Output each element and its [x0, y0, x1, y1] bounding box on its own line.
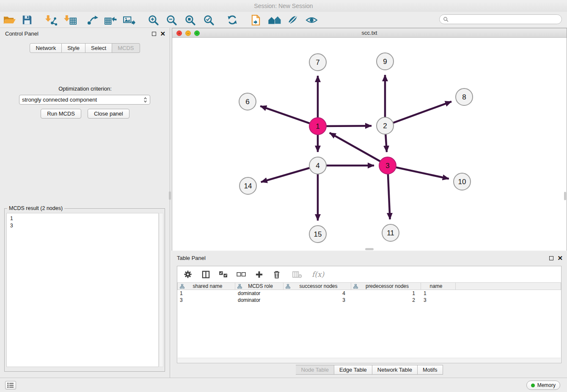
zoom-in-button[interactable] — [146, 13, 161, 27]
table-cell[interactable]: 3 — [421, 297, 456, 304]
import-table-button[interactable] — [63, 13, 78, 27]
table-cell[interactable]: 1 — [177, 290, 235, 297]
memory-button[interactable]: Memory — [526, 381, 560, 390]
column-header-predecessor-nodes[interactable]: predecessor nodes — [351, 282, 421, 290]
tab-select[interactable]: Select — [85, 43, 112, 53]
export-image-button[interactable] — [121, 13, 137, 27]
zoom-in-icon — [148, 14, 159, 26]
table-cell[interactable]: dominator — [235, 290, 284, 297]
mcds-result-item[interactable]: 1 — [7, 215, 158, 222]
graph-node-9[interactable]: 9 — [377, 53, 394, 70]
graph-node-14[interactable]: 14 — [239, 177, 256, 194]
tab-network[interactable]: Network — [30, 43, 62, 53]
column-header-name[interactable]: name — [421, 282, 456, 290]
network-graph[interactable]: 7968124314101511 — [172, 38, 567, 251]
table-cell[interactable]: 4 — [284, 290, 351, 297]
graph-node-11[interactable]: 11 — [382, 224, 399, 241]
tab-edge-table[interactable]: Edge Table — [334, 365, 372, 375]
apply-style-button[interactable] — [285, 13, 300, 27]
close-window-button[interactable]: × — [176, 30, 182, 36]
import-network-button[interactable] — [43, 13, 58, 27]
graph-edge-4-14[interactable] — [261, 166, 315, 182]
network-canvas[interactable]: 7968124314101511 — [172, 38, 567, 251]
close-panel-icon[interactable]: ✕ — [160, 32, 165, 36]
zoom-window-button[interactable]: + — [194, 30, 200, 36]
graph-edge-3-10[interactable] — [391, 166, 449, 179]
deselect-all-button[interactable] — [236, 269, 247, 279]
graph-edge-3-11[interactable] — [388, 169, 390, 219]
tab-style[interactable]: Style — [62, 43, 85, 53]
table-horizontal-scrollbar[interactable] — [178, 358, 561, 362]
select-all-button[interactable] — [218, 269, 229, 279]
refresh-button[interactable] — [225, 13, 240, 27]
annotation-document-button[interactable] — [248, 13, 263, 27]
svg-text:3: 3 — [385, 162, 389, 170]
criterion-dropdown[interactable]: strongly connected component — [19, 95, 150, 105]
control-panel-title: Control Panel — [5, 30, 39, 37]
canvas-vertical-scrollbar[interactable] — [564, 192, 566, 200]
show-columns-button[interactable] — [200, 269, 211, 279]
tab-network-table[interactable]: Network Table — [372, 365, 418, 375]
graph-node-4[interactable]: 4 — [309, 157, 326, 174]
mcds-result-item[interactable]: 3 — [7, 222, 158, 229]
task-history-button[interactable] — [5, 381, 16, 389]
column-header-mcds-role[interactable]: MCDS role — [235, 282, 284, 290]
graph-node-10[interactable]: 10 — [454, 173, 471, 190]
graph-edge-2-8[interactable] — [388, 102, 451, 124]
deselect-all-icon — [237, 271, 246, 278]
table-row[interactable]: 3 dominator 3 2 3 — [177, 297, 561, 304]
new-network-button[interactable] — [85, 13, 100, 27]
graph-node-2[interactable]: 2 — [377, 117, 394, 134]
graph-node-15[interactable]: 15 — [309, 226, 326, 243]
add-column-button[interactable] — [253, 269, 264, 279]
close-table-panel-icon[interactable]: ✕ — [557, 256, 563, 260]
table-settings-button[interactable] — [182, 269, 193, 279]
table-cell[interactable]: dominator — [235, 297, 284, 304]
graph-node-8[interactable]: 8 — [456, 88, 473, 105]
export-table-button[interactable] — [103, 13, 118, 27]
float-table-panel-icon[interactable] — [549, 256, 553, 260]
graph-edge-1-2[interactable] — [321, 126, 372, 126]
graph-node-7[interactable]: 7 — [309, 54, 326, 71]
table-cell[interactable]: 1 — [421, 290, 456, 297]
graph-edge-1-6[interactable] — [260, 106, 314, 125]
tab-mcds[interactable]: MCDS — [112, 43, 140, 53]
open-file-button[interactable] — [2, 13, 17, 27]
graph-node-6[interactable]: 6 — [239, 93, 256, 110]
zoom-selected-button[interactable] — [201, 13, 216, 27]
column-header-successor-nodes[interactable]: successor nodes — [284, 282, 351, 290]
home-button[interactable] — [267, 13, 282, 27]
column-header-shared-name[interactable]: shared name — [177, 282, 235, 290]
refresh-icon — [226, 14, 238, 26]
table-cell[interactable]: 3 — [177, 297, 235, 304]
delete-column-button-disabled[interactable] — [292, 269, 303, 279]
document-icon — [250, 14, 261, 26]
search-input[interactable] — [451, 17, 558, 22]
zoom-fit-button[interactable] — [182, 13, 198, 27]
save-session-button[interactable] — [19, 13, 35, 27]
result-scrollbar[interactable] — [159, 213, 163, 367]
delete-row-button[interactable] — [271, 269, 282, 279]
table-cell[interactable]: 1 — [351, 290, 421, 297]
zoom-out-button[interactable] — [164, 13, 179, 27]
graph-node-3[interactable]: 3 — [379, 157, 396, 174]
table-row[interactable]: 1 dominator 4 1 1 — [177, 290, 561, 297]
graph-edge-3-1[interactable] — [330, 133, 385, 164]
run-mcds-button[interactable]: Run MCDS — [41, 109, 81, 119]
float-panel-icon[interactable] — [152, 32, 156, 36]
network-window-titlebar[interactable]: × − + scc.txt — [172, 28, 567, 38]
minimize-window-button[interactable]: − — [185, 30, 191, 36]
close-panel-button[interactable]: Close panel — [88, 109, 129, 119]
panel-splitter-handle[interactable] — [169, 191, 171, 200]
show-hide-button[interactable] — [304, 13, 319, 27]
tab-node-table[interactable]: Node Table — [296, 365, 334, 375]
graph-node-1[interactable]: 1 — [309, 118, 326, 135]
tab-motifs[interactable]: Motifs — [418, 365, 443, 375]
table-cell[interactable]: 3 — [284, 297, 351, 304]
table-cell[interactable]: 2 — [351, 297, 421, 304]
svg-text:11: 11 — [387, 229, 394, 237]
canvas-horizontal-scrollbar[interactable] — [365, 248, 374, 250]
function-builder-button[interactable]: f(x) — [312, 270, 324, 279]
zoom-selected-icon — [203, 14, 215, 26]
plus-icon — [255, 271, 263, 279]
